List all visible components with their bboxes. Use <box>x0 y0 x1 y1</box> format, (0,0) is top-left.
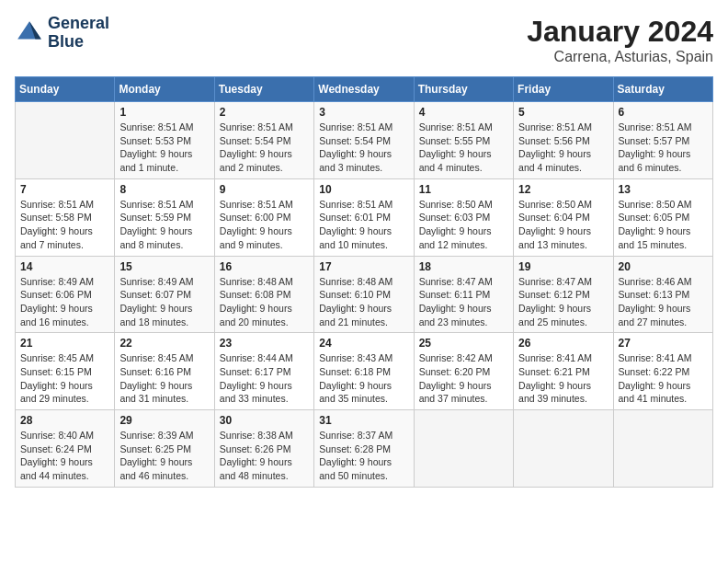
weekday-header-sunday: Sunday <box>16 77 115 102</box>
day-info: Sunrise: 8:48 AMSunset: 6:08 PMDaylight:… <box>220 275 309 329</box>
day-info: Sunrise: 8:45 AMSunset: 6:15 PMDaylight:… <box>20 351 109 406</box>
day-info: Sunrise: 8:51 AMSunset: 6:01 PMDaylight:… <box>319 198 408 252</box>
day-info: Sunrise: 8:51 AMSunset: 5:56 PMDaylight:… <box>518 121 608 175</box>
day-number: 27 <box>619 337 708 350</box>
day-number: 9 <box>220 183 309 196</box>
calendar-table: SundayMondayTuesdayWednesdayThursdayFrid… <box>15 76 713 488</box>
calendar-cell <box>414 410 513 488</box>
day-info: Sunrise: 8:47 AMSunset: 6:12 PMDaylight:… <box>518 275 608 329</box>
calendar-week-3: 14Sunrise: 8:49 AMSunset: 6:06 PMDayligh… <box>16 256 713 333</box>
day-number: 14 <box>20 260 109 273</box>
day-number: 24 <box>319 337 408 350</box>
calendar-cell: 28Sunrise: 8:40 AMSunset: 6:24 PMDayligh… <box>16 410 115 488</box>
calendar-cell: 5Sunrise: 8:51 AMSunset: 5:56 PMDaylight… <box>514 102 613 179</box>
calendar-cell: 24Sunrise: 8:43 AMSunset: 6:18 PMDayligh… <box>314 333 414 410</box>
day-number: 26 <box>518 337 608 350</box>
day-info: Sunrise: 8:51 AMSunset: 5:54 PMDaylight:… <box>319 121 408 175</box>
weekday-header-monday: Monday <box>115 77 214 102</box>
logo-text: General Blue <box>48 15 109 52</box>
day-number: 7 <box>20 183 109 196</box>
calendar-cell: 11Sunrise: 8:50 AMSunset: 6:03 PMDayligh… <box>414 178 513 256</box>
day-info: Sunrise: 8:50 AMSunset: 6:04 PMDaylight:… <box>518 198 608 252</box>
day-number: 11 <box>419 183 508 196</box>
calendar-cell: 22Sunrise: 8:45 AMSunset: 6:16 PMDayligh… <box>115 333 214 410</box>
weekday-header-tuesday: Tuesday <box>214 77 313 102</box>
day-info: Sunrise: 8:38 AMSunset: 6:26 PMDaylight:… <box>220 429 309 483</box>
day-info: Sunrise: 8:40 AMSunset: 6:24 PMDaylight:… <box>20 429 109 483</box>
calendar-cell: 9Sunrise: 8:51 AMSunset: 6:00 PMDaylight… <box>214 178 313 256</box>
day-number: 18 <box>419 260 508 273</box>
day-number: 13 <box>619 183 708 196</box>
day-info: Sunrise: 8:46 AMSunset: 6:13 PMDaylight:… <box>619 275 708 329</box>
day-info: Sunrise: 8:49 AMSunset: 6:07 PMDaylight:… <box>119 275 209 329</box>
calendar-cell: 18Sunrise: 8:47 AMSunset: 6:11 PMDayligh… <box>414 256 513 333</box>
day-number: 12 <box>518 183 608 196</box>
calendar-cell: 4Sunrise: 8:51 AMSunset: 5:55 PMDaylight… <box>414 102 513 179</box>
title-area: January 2024 Carrena, Asturias, Spain <box>527 15 713 65</box>
day-info: Sunrise: 8:41 AMSunset: 6:21 PMDaylight:… <box>518 351 608 406</box>
calendar-cell: 10Sunrise: 8:51 AMSunset: 6:01 PMDayligh… <box>314 178 414 256</box>
day-info: Sunrise: 8:44 AMSunset: 6:17 PMDaylight:… <box>220 351 309 406</box>
day-info: Sunrise: 8:51 AMSunset: 5:53 PMDaylight:… <box>119 121 209 175</box>
calendar-week-2: 7Sunrise: 8:51 AMSunset: 5:58 PMDaylight… <box>16 178 713 256</box>
calendar-cell: 31Sunrise: 8:37 AMSunset: 6:28 PMDayligh… <box>314 410 414 488</box>
calendar-cell: 25Sunrise: 8:42 AMSunset: 6:20 PMDayligh… <box>414 333 513 410</box>
day-info: Sunrise: 8:51 AMSunset: 5:55 PMDaylight:… <box>419 121 508 175</box>
calendar-cell: 20Sunrise: 8:46 AMSunset: 6:13 PMDayligh… <box>613 256 712 333</box>
day-number: 15 <box>119 260 209 273</box>
day-number: 16 <box>220 260 309 273</box>
day-number: 31 <box>319 414 408 427</box>
day-number: 29 <box>119 414 209 427</box>
logo-icon <box>15 18 44 48</box>
day-number: 17 <box>319 260 408 273</box>
day-info: Sunrise: 8:50 AMSunset: 6:03 PMDaylight:… <box>419 198 508 252</box>
day-number: 4 <box>419 106 508 119</box>
weekday-header-wednesday: Wednesday <box>314 77 414 102</box>
day-info: Sunrise: 8:45 AMSunset: 6:16 PMDaylight:… <box>119 351 209 406</box>
day-number: 1 <box>119 106 209 119</box>
calendar-cell: 1Sunrise: 8:51 AMSunset: 5:53 PMDaylight… <box>115 102 214 179</box>
day-number: 8 <box>119 183 209 196</box>
day-info: Sunrise: 8:41 AMSunset: 6:22 PMDaylight:… <box>619 351 708 406</box>
location: Carrena, Asturias, Spain <box>527 49 713 65</box>
calendar-week-4: 21Sunrise: 8:45 AMSunset: 6:15 PMDayligh… <box>16 333 713 410</box>
calendar-cell: 16Sunrise: 8:48 AMSunset: 6:08 PMDayligh… <box>214 256 313 333</box>
calendar-cell: 21Sunrise: 8:45 AMSunset: 6:15 PMDayligh… <box>16 333 115 410</box>
calendar-cell: 14Sunrise: 8:49 AMSunset: 6:06 PMDayligh… <box>16 256 115 333</box>
calendar-cell: 8Sunrise: 8:51 AMSunset: 5:59 PMDaylight… <box>115 178 214 256</box>
day-info: Sunrise: 8:49 AMSunset: 6:06 PMDaylight:… <box>20 275 109 329</box>
day-info: Sunrise: 8:50 AMSunset: 6:05 PMDaylight:… <box>619 198 708 252</box>
calendar-cell: 12Sunrise: 8:50 AMSunset: 6:04 PMDayligh… <box>514 178 613 256</box>
day-number: 6 <box>619 106 708 119</box>
day-info: Sunrise: 8:51 AMSunset: 6:00 PMDaylight:… <box>220 198 309 252</box>
calendar-week-1: 1Sunrise: 8:51 AMSunset: 5:53 PMDaylight… <box>16 102 713 179</box>
calendar-cell <box>514 410 613 488</box>
calendar-cell: 17Sunrise: 8:48 AMSunset: 6:10 PMDayligh… <box>314 256 414 333</box>
weekday-header-friday: Friday <box>514 77 613 102</box>
calendar-cell: 23Sunrise: 8:44 AMSunset: 6:17 PMDayligh… <box>214 333 313 410</box>
day-number: 19 <box>518 260 608 273</box>
calendar-week-5: 28Sunrise: 8:40 AMSunset: 6:24 PMDayligh… <box>16 410 713 488</box>
day-number: 23 <box>220 337 309 350</box>
weekday-header-thursday: Thursday <box>414 77 513 102</box>
day-info: Sunrise: 8:51 AMSunset: 5:58 PMDaylight:… <box>20 198 109 252</box>
day-number: 22 <box>119 337 209 350</box>
calendar-cell: 26Sunrise: 8:41 AMSunset: 6:21 PMDayligh… <box>514 333 613 410</box>
day-number: 25 <box>419 337 508 350</box>
day-number: 2 <box>220 106 309 119</box>
day-info: Sunrise: 8:39 AMSunset: 6:25 PMDaylight:… <box>119 429 209 483</box>
calendar-cell: 30Sunrise: 8:38 AMSunset: 6:26 PMDayligh… <box>214 410 313 488</box>
day-info: Sunrise: 8:51 AMSunset: 5:59 PMDaylight:… <box>119 198 209 252</box>
calendar-cell: 15Sunrise: 8:49 AMSunset: 6:07 PMDayligh… <box>115 256 214 333</box>
calendar-cell: 19Sunrise: 8:47 AMSunset: 6:12 PMDayligh… <box>514 256 613 333</box>
day-number: 30 <box>220 414 309 427</box>
day-number: 10 <box>319 183 408 196</box>
calendar-cell: 3Sunrise: 8:51 AMSunset: 5:54 PMDaylight… <box>314 102 414 179</box>
calendar-cell: 2Sunrise: 8:51 AMSunset: 5:54 PMDaylight… <box>214 102 313 179</box>
calendar-cell <box>613 410 712 488</box>
weekday-header-saturday: Saturday <box>613 77 712 102</box>
day-number: 3 <box>319 106 408 119</box>
day-info: Sunrise: 8:37 AMSunset: 6:28 PMDaylight:… <box>319 429 408 483</box>
day-info: Sunrise: 8:48 AMSunset: 6:10 PMDaylight:… <box>319 275 408 329</box>
day-info: Sunrise: 8:51 AMSunset: 5:57 PMDaylight:… <box>619 121 708 175</box>
